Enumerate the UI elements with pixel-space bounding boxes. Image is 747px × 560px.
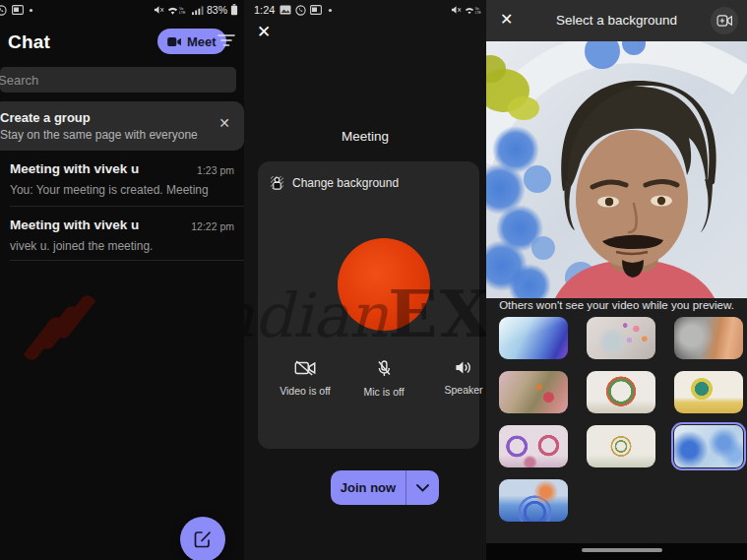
background-thumbnail-yellow-plate-wall[interactable] bbox=[674, 371, 743, 413]
chat-title: Meeting with vivek u bbox=[10, 161, 139, 176]
gallery-icon bbox=[280, 5, 291, 15]
background-thumbnail-smoke-and-copper[interactable] bbox=[674, 317, 743, 359]
meeting-prejoin-screen: 1:24 VoLTE ✕ Meeting bbox=[244, 0, 486, 560]
prejoin-controls: Video is off Mic is off Speaker bbox=[258, 360, 479, 419]
notification-phone-icon bbox=[0, 5, 7, 16]
battery-icon bbox=[230, 4, 238, 16]
background-picker-title: Select a background bbox=[486, 13, 747, 28]
meet-button[interactable]: Meet bbox=[157, 29, 226, 54]
preview-privacy-caption: Others won't see your video while you pr… bbox=[486, 299, 747, 311]
mic-toggle[interactable]: Mic is off bbox=[363, 360, 404, 398]
meet-button-label: Meet bbox=[187, 34, 217, 49]
background-thumbnail-driftwood-flowers[interactable] bbox=[499, 371, 568, 413]
background-thumbnail-blue-coral[interactable] bbox=[674, 425, 743, 467]
list-divider bbox=[10, 206, 244, 207]
wifi-volte-icon: VoLTE bbox=[465, 5, 484, 16]
search-placeholder: Search bbox=[0, 73, 38, 88]
self-video-preview bbox=[486, 41, 747, 298]
chat-list-item-2[interactable]: Meeting with vivek u 12:22 pm vivek u. j… bbox=[0, 214, 244, 261]
background-thumbnail-circular-wreath-room[interactable] bbox=[587, 425, 655, 467]
video-preview-card: Change background Video is off Mic is of… bbox=[258, 161, 479, 449]
video-add-icon bbox=[716, 15, 732, 27]
change-background-label: Change background bbox=[292, 176, 399, 190]
battery-percent-label: 83% bbox=[207, 4, 227, 16]
join-now-split-button[interactable]: Join now bbox=[331, 470, 439, 505]
status-bar-middle: 1:24 VoLTE bbox=[244, 0, 486, 20]
banner-close-icon[interactable]: ✕ bbox=[218, 115, 230, 131]
add-video-button[interactable] bbox=[711, 7, 738, 34]
speaker-toggle-label: Speaker bbox=[444, 384, 482, 396]
teams-composite-screenshot: VoLTE 83% Chat Meet bbox=[0, 0, 747, 560]
chat-timestamp: 12:22 pm bbox=[191, 220, 234, 232]
create-group-banner[interactable]: Create a group Stay on the same page wit… bbox=[0, 101, 244, 151]
svg-text:LTE: LTE bbox=[475, 10, 482, 14]
mute-icon bbox=[451, 5, 462, 16]
meeting-title: Meeting bbox=[244, 129, 486, 144]
video-camera-icon bbox=[167, 36, 182, 47]
video-toggle[interactable]: Video is off bbox=[280, 360, 331, 397]
banner-title: Create a group bbox=[0, 110, 91, 125]
new-chat-fab[interactable] bbox=[180, 517, 225, 560]
speaker-icon bbox=[455, 360, 471, 375]
svg-text:LTE: LTE bbox=[179, 11, 186, 15]
join-options-chevron[interactable] bbox=[406, 470, 439, 505]
system-nav-bar bbox=[486, 543, 747, 560]
mute-icon bbox=[154, 5, 164, 15]
background-thumbnail-green-red-wave-ring[interactable] bbox=[587, 371, 655, 413]
chat-list-item-1[interactable]: Meeting with vivek u 1:23 pm You: Your m… bbox=[0, 157, 244, 205]
mic-toggle-label: Mic is off bbox=[363, 386, 404, 398]
indian-express-flame-watermark bbox=[35, 291, 96, 362]
chat-title: Meeting with vivek u bbox=[10, 218, 139, 232]
compose-icon bbox=[193, 529, 213, 549]
select-background-screen: ✕ Select a background bbox=[486, 0, 747, 560]
notification-window-icon bbox=[12, 5, 24, 15]
background-thumbnail-purple-pink-loops[interactable] bbox=[499, 425, 568, 467]
video-off-icon bbox=[294, 360, 316, 376]
chat-header: Chat Meet bbox=[0, 26, 244, 59]
clock-label: 1:24 bbox=[254, 4, 275, 16]
join-now-button[interactable]: Join now bbox=[331, 470, 405, 505]
select-background-header: ✕ Select a background bbox=[486, 0, 747, 41]
home-indicator[interactable] bbox=[582, 548, 662, 552]
filter-icon[interactable] bbox=[218, 33, 235, 51]
banner-subtitle: Stay on the same page with everyone bbox=[0, 128, 198, 142]
search-input[interactable]: Search bbox=[0, 67, 236, 93]
list-divider bbox=[10, 260, 244, 261]
dot-icon bbox=[328, 8, 333, 13]
status-bar-left: VoLTE 83% bbox=[0, 0, 244, 20]
background-thumbnail-pastel-floral-donuts[interactable] bbox=[587, 317, 655, 359]
speaker-toggle[interactable]: Speaker bbox=[444, 360, 482, 396]
window-icon bbox=[310, 5, 322, 15]
chat-message-preview: You: Your meeting is created. Meeting bbox=[10, 183, 209, 197]
whatsapp-icon bbox=[295, 5, 306, 16]
svg-text:Vo: Vo bbox=[179, 6, 183, 10]
wifi-volte-icon: VoLTE bbox=[167, 5, 189, 16]
mic-off-icon bbox=[376, 360, 392, 377]
background-thumbnail-blue-orange-arches[interactable] bbox=[499, 479, 568, 522]
background-thumbnail-blue-glass-feathers[interactable] bbox=[499, 317, 568, 359]
background-grid bbox=[499, 317, 745, 522]
signal-bars-icon bbox=[192, 5, 204, 16]
close-prejoin-icon[interactable]: ✕ bbox=[257, 24, 271, 40]
video-toggle-label: Video is off bbox=[280, 385, 331, 397]
change-background-button[interactable]: Change background bbox=[270, 175, 399, 190]
page-title: Chat bbox=[8, 31, 50, 53]
chat-timestamp: 1:23 pm bbox=[197, 164, 234, 176]
chat-message-preview: vivek u. joined the meeting. bbox=[10, 239, 153, 253]
camera-preview-blob bbox=[338, 238, 430, 331]
chat-list-screen: VoLTE 83% Chat Meet bbox=[0, 0, 244, 560]
notification-dot-icon bbox=[29, 8, 33, 13]
change-background-icon bbox=[270, 175, 284, 190]
